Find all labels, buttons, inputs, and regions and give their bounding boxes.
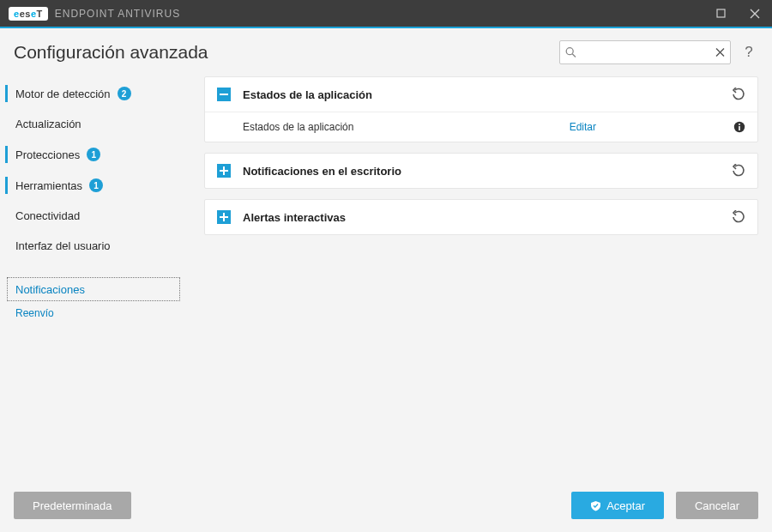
accept-button-label: Aceptar [606,499,645,512]
sidebar-item-ui[interactable]: Interfaz del usuario [0,231,187,261]
undo-icon[interactable] [732,210,745,224]
search-wrap [559,40,731,64]
accept-button[interactable]: Aceptar [571,492,664,519]
info-icon[interactable] [733,121,745,133]
undo-icon[interactable] [732,164,745,178]
svg-rect-10 [220,216,228,218]
panels: Estados de la aplicación Estados de la a… [187,76,758,479]
sidebar-item-label: Conectividad [15,209,80,222]
content-area: Configuración avanzada ? Motor de detecc… [0,28,772,532]
sidebar-item-label: Notificaciones [15,283,85,296]
panel-row: Estados de la aplicación Editar [205,112,757,142]
svg-line-2 [572,54,576,57]
sidebar-item-update[interactable]: Actualización [0,109,187,139]
close-button[interactable] [738,0,772,27]
brand-e2: e [31,9,37,19]
panel-header[interactable]: Notificaciones en el escritorio [205,154,757,188]
panel-app-states: Estados de la aplicación Estados de la a… [204,76,758,142]
main-row: Motor de detección 2 Actualización Prote… [0,64,772,479]
product-name: ENDPOINT ANTIVIRUS [55,8,180,20]
sidebar-badge: 1 [89,178,103,192]
undo-icon[interactable] [732,88,745,101]
footer: Predeterminada Aceptar Cancelar [0,479,772,532]
sidebar-item-tools[interactable]: Herramientas 1 [0,170,187,201]
panel-title: Notificaciones en el escritorio [243,165,401,178]
sidebar-item-detection[interactable]: Motor de detección 2 [0,78,187,109]
brand-logo: eeseT [9,7,48,21]
svg-rect-5 [739,126,740,130]
panel-header[interactable]: Alertas interactivas [205,200,757,234]
expand-icon [217,210,231,224]
maximize-button[interactable] [703,0,738,27]
svg-rect-3 [220,94,228,95]
sidebar-item-label: Herramientas [15,179,82,192]
panel-desktop-notifications: Notificaciones en el escritorio [204,153,758,189]
square-icon [716,9,726,18]
sidebar-badge: 2 [118,87,131,100]
close-icon [750,9,760,19]
svg-rect-8 [220,170,228,172]
shield-icon [590,500,601,511]
expand-icon [217,164,231,178]
sidebar-item-label: Actualización [15,118,81,130]
sidebar-item-connectivity[interactable]: Conectividad [0,201,187,231]
edit-link[interactable]: Editar [570,121,596,133]
brand-suffix: T [37,9,43,19]
panel-row-label: Estados de la aplicación [243,121,353,133]
sidebar-badge: 1 [87,148,100,161]
clear-search-icon[interactable] [715,48,725,57]
search-icon [565,47,576,58]
svg-point-1 [566,48,573,55]
default-button[interactable]: Predeterminada [14,492,131,519]
svg-rect-0 [717,9,725,17]
header-row: Configuración avanzada ? [0,28,772,64]
panel-header[interactable]: Estados de la aplicación [205,77,757,112]
panel-interactive-alerts: Alertas interactivas [204,199,758,235]
sidebar-item-forwarding[interactable]: Reenvío [0,302,187,324]
help-button[interactable]: ? [739,44,758,61]
svg-rect-6 [739,124,740,125]
brand-e: e [14,9,20,19]
panel-title: Alertas interactivas [243,211,346,224]
sidebar-item-label: Protecciones [15,148,80,161]
brand-prefix: es [20,9,31,19]
sidebar-item-label: Reenvío [15,307,54,319]
sidebar-item-notifications[interactable]: Notificaciones [7,277,180,301]
page-title: Configuración avanzada [14,42,208,63]
cancel-button[interactable]: Cancelar [676,492,758,519]
titlebar: eeseT ENDPOINT ANTIVIRUS [0,0,772,27]
sidebar: Motor de detección 2 Actualización Prote… [0,76,187,479]
panel-title: Estados de la aplicación [243,88,372,101]
sidebar-item-label: Motor de detección [15,88,111,100]
collapse-icon [217,88,231,101]
sidebar-item-label: Interfaz del usuario [15,239,111,252]
sidebar-item-protections[interactable]: Protecciones 1 [0,139,187,170]
window-controls [703,0,772,27]
search-input[interactable] [559,40,731,64]
